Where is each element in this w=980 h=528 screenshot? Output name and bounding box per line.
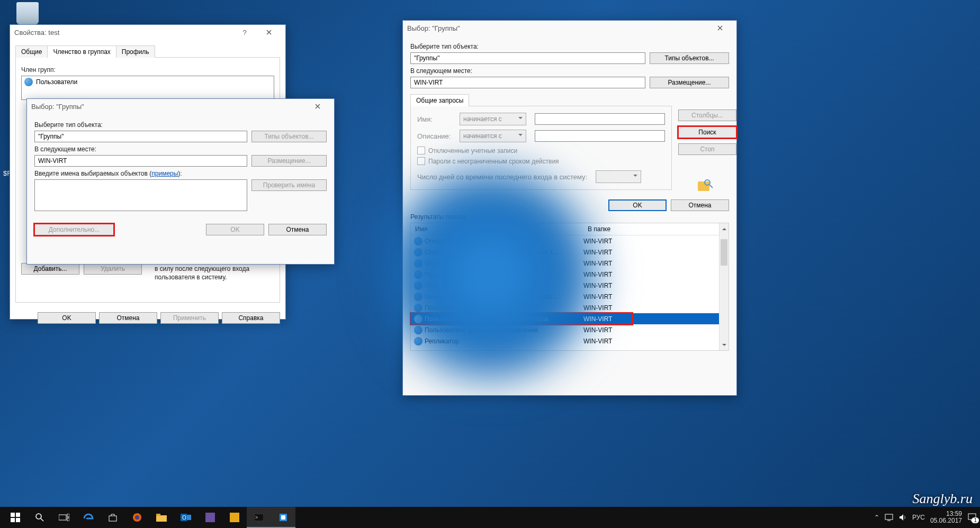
table-row[interactable]: Опытные пользователиWIN-VIRT (411, 258, 729, 269)
columns-button[interactable]: Столбцы... (678, 110, 736, 121)
titlebar[interactable]: Выбор: "Группы" (403, 21, 736, 35)
close-button[interactable] (305, 99, 330, 114)
type-label: Выберите тип объекта: (410, 43, 729, 50)
name-match-select[interactable]: начинается с (460, 113, 526, 125)
scroll-up[interactable] (720, 223, 729, 232)
name-input[interactable] (535, 113, 665, 125)
table-row[interactable]: Операторы помощи по контролю учетных з..… (411, 247, 729, 258)
store-button[interactable] (101, 507, 125, 528)
memberof-list[interactable]: Пользователи (21, 76, 274, 100)
results-list[interactable]: Имя В папке Операторы настройки сетиWIN-… (410, 223, 729, 351)
app-button[interactable] (198, 507, 222, 528)
select-groups-dialog-simple[interactable]: Выбор: "Группы" Выберите тип объекта: Ти… (26, 98, 335, 265)
table-row[interactable]: Пользователи DCOMWIN-VIRT (411, 280, 729, 291)
cmd-button[interactable]: > (247, 507, 271, 528)
tray-chevron-icon[interactable]: ⌃ (874, 514, 879, 521)
scroll-down[interactable] (720, 341, 729, 350)
firefox-icon (132, 512, 142, 523)
ok-button[interactable]: OK (38, 312, 96, 324)
results-label: Результаты поиска: (410, 213, 729, 221)
close-button[interactable] (708, 21, 732, 35)
stop-button[interactable]: Стоп (678, 143, 736, 155)
col-name[interactable]: Имя (411, 223, 583, 235)
search-button[interactable] (28, 507, 52, 528)
cancel-button[interactable]: Отмена (671, 199, 729, 211)
location-field[interactable] (410, 77, 645, 88)
type-field[interactable] (410, 52, 645, 64)
list-item[interactable]: Пользователи (23, 78, 272, 86)
svg-rect-3 (16, 513, 20, 517)
tray-monitor-icon[interactable] (885, 514, 893, 521)
desc-match-select[interactable]: начинается с (460, 130, 526, 142)
table-row[interactable]: Пользователи удаленного управленияWIN-VI… (411, 324, 729, 335)
app-button[interactable] (222, 507, 247, 528)
taskview-icon (59, 514, 69, 521)
tray[interactable]: ⌃ РУС 13:59 05.06.2017 1 (874, 511, 977, 524)
desc-label: Описание: (417, 132, 455, 140)
store-icon (108, 513, 118, 522)
edge-button[interactable] (76, 507, 101, 528)
ok-button[interactable]: OK (608, 199, 667, 211)
examples-link[interactable]: примеры (151, 170, 178, 177)
ok-button[interactable]: OK (206, 224, 264, 235)
desc-input[interactable] (535, 130, 665, 142)
locations-button[interactable]: Размещение... (251, 155, 327, 167)
disabled-checkbox: Отключенные учетные записи (417, 147, 665, 154)
close-button[interactable] (257, 25, 281, 40)
table-row[interactable]: Пользователи удаленного рабочего столаWI… (411, 313, 729, 324)
titlebar[interactable]: Свойства: test ? (10, 25, 285, 40)
table-row[interactable]: РепликаторWIN-VIRT (411, 335, 729, 347)
name-label: Имя: (417, 115, 455, 123)
help-button[interactable]: ? (232, 25, 257, 40)
tray-date[interactable]: 05.06.2017 (930, 517, 962, 524)
tray-volume-icon[interactable] (898, 514, 907, 521)
svg-rect-8 (59, 515, 66, 520)
title: Выбор: "Группы" (407, 24, 708, 32)
memberof-label: Член групп: (21, 66, 274, 74)
start-button[interactable] (3, 507, 28, 528)
svg-point-0 (705, 180, 710, 185)
taskbar[interactable]: O > ⌃ РУС 13:59 05.06.2017 1 (0, 507, 980, 528)
titlebar[interactable]: Выбор: "Группы" (27, 99, 334, 114)
tab-common[interactable]: Общие запросы (410, 94, 469, 106)
explorer-button[interactable] (149, 507, 174, 528)
find-button[interactable]: Поиск (678, 126, 736, 138)
table-row[interactable]: ПользователиWIN-VIRT (411, 269, 729, 280)
check-names-button[interactable]: Проверить имена (251, 179, 327, 191)
names-input[interactable] (34, 179, 247, 211)
cancel-button[interactable]: Отмена (99, 312, 157, 324)
type-field[interactable] (34, 131, 247, 142)
taskview-button[interactable] (52, 507, 76, 528)
desktop[interactable]: $F Свойства: test ? Общие Членство в гру… (0, 0, 980, 528)
results-header[interactable]: Имя В папке (411, 223, 729, 235)
mmc-button[interactable] (271, 507, 295, 528)
types-button[interactable]: Типы объектов... (251, 131, 327, 142)
table-row[interactable]: Операторы настройки сетиWIN-VIRT (411, 235, 729, 247)
advanced-button[interactable]: Дополнительно... (34, 224, 114, 235)
scrollbar[interactable] (719, 223, 729, 350)
firefox-button[interactable] (125, 507, 149, 528)
types-button[interactable]: Типы объектов... (650, 52, 729, 64)
group-icon (414, 337, 422, 345)
tab-membership[interactable]: Членство в группах (47, 45, 116, 58)
cancel-button[interactable]: Отмена (268, 224, 327, 235)
notifications-button[interactable]: 1 (967, 513, 977, 522)
location-label: В следующем месте: (34, 145, 327, 153)
scroll-thumb[interactable] (721, 239, 727, 266)
edge-icon (83, 512, 94, 523)
location-field[interactable] (34, 155, 247, 167)
select-groups-dialog-advanced[interactable]: Выбор: "Группы" Выберите тип объекта: Ти… (402, 20, 737, 396)
tab-profile[interactable]: Профиль (116, 45, 155, 58)
tray-lang[interactable]: РУС (912, 514, 925, 521)
svg-point-13 (135, 515, 139, 520)
outlook-button[interactable]: O (174, 507, 198, 528)
locations-button[interactable]: Размещение... (650, 77, 729, 88)
tab-general[interactable]: Общие (15, 45, 48, 58)
table-row[interactable]: Пользователи системного монитораWIN-VIRT (411, 302, 729, 313)
svg-rect-4 (11, 518, 15, 522)
col-folder[interactable]: В папке (583, 223, 615, 235)
help-button[interactable]: Справка (222, 312, 280, 324)
add-button[interactable]: Добавить... (21, 263, 79, 275)
table-row[interactable]: Пользователи журналов производительнос..… (411, 291, 729, 302)
watermark: Sanglyb.ru (913, 491, 973, 507)
